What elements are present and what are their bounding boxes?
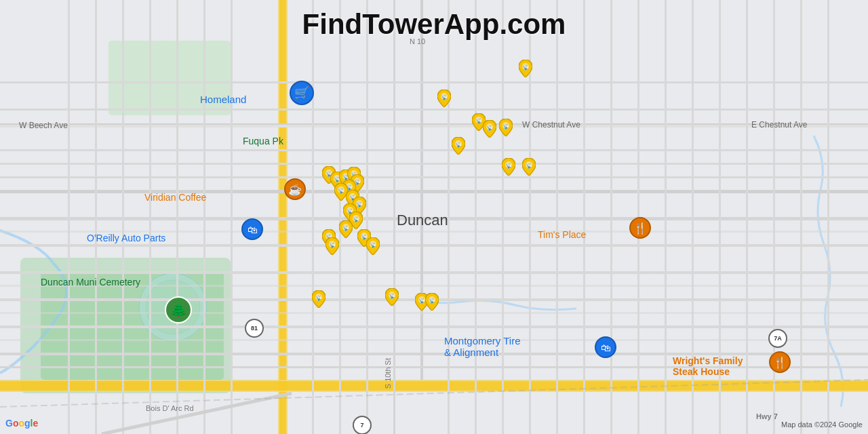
- svg-text:📡: 📡: [526, 162, 532, 169]
- montgomery-pin[interactable]: 🛍: [595, 336, 616, 358]
- svg-rect-39: [231, 0, 233, 434]
- restaurant-icon-2: 🍴: [769, 351, 791, 373]
- svg-text:📡: 📡: [486, 124, 493, 131]
- svg-rect-35: [746, 0, 748, 434]
- svg-rect-45: [68, 0, 70, 434]
- tower-pin-4[interactable]: 📡: [499, 119, 513, 139]
- page-title: FindTowerApp.com: [302, 8, 566, 41]
- tower-pin-19[interactable]: 📡: [339, 220, 353, 241]
- svg-rect-55: [0, 366, 868, 368]
- svg-rect-40: [203, 0, 205, 434]
- svg-rect-32: [665, 0, 667, 434]
- svg-rect-38: [827, 0, 829, 434]
- google-logo: Google: [5, 418, 38, 429]
- svg-text:📡: 📡: [522, 64, 529, 71]
- map-background: [0, 0, 868, 434]
- wrights-pin[interactable]: 🍴: [769, 351, 791, 373]
- tower-pin-0[interactable]: 📡: [519, 60, 532, 80]
- coffee-icon: ☕: [284, 178, 306, 200]
- restaurant-icon: 🍴: [629, 217, 651, 239]
- svg-rect-47: [0, 108, 868, 111]
- svg-text:📡: 📡: [338, 187, 344, 194]
- svg-rect-42: [149, 0, 151, 434]
- svg-rect-10: [0, 190, 868, 193]
- svg-text:📡: 📡: [455, 141, 462, 148]
- svg-rect-22: [366, 0, 368, 434]
- hwy7a-badge[interactable]: 7A: [768, 329, 787, 348]
- svg-text:📡: 📡: [502, 123, 509, 130]
- svg-text:📡: 📡: [505, 162, 512, 169]
- svg-rect-33: [692, 0, 694, 434]
- tower-pin-23[interactable]: 📡: [326, 237, 339, 258]
- svg-rect-20: [312, 0, 314, 434]
- cemetery-icon: 🌲: [165, 296, 192, 323]
- bag-icon-2: 🛍: [595, 336, 616, 358]
- svg-rect-9: [0, 125, 868, 127]
- svg-rect-34: [719, 0, 721, 434]
- svg-rect-24: [448, 0, 450, 434]
- svg-rect-21: [339, 0, 341, 434]
- svg-rect-52: [0, 285, 868, 287]
- svg-rect-28: [556, 0, 558, 434]
- tims-place-pin[interactable]: 🍴: [629, 217, 651, 239]
- tower-pin-1[interactable]: 📡: [437, 90, 451, 110]
- svg-rect-44: [95, 0, 97, 434]
- svg-rect-54: [0, 339, 868, 341]
- svg-rect-48: [0, 149, 868, 151]
- hwy81-badge[interactable]: 81: [245, 319, 264, 338]
- tower-pin-6[interactable]: 📡: [502, 158, 515, 178]
- svg-rect-51: [0, 231, 868, 233]
- svg-rect-12: [0, 244, 868, 247]
- svg-rect-1: [108, 41, 231, 115]
- svg-text:📡: 📡: [418, 297, 425, 304]
- svg-rect-30: [610, 0, 612, 434]
- viridian-coffee-pin[interactable]: ☕: [284, 178, 306, 200]
- hwy7-badge[interactable]: 7: [353, 416, 372, 434]
- svg-text:📡: 📡: [429, 297, 435, 304]
- svg-text:📡: 📡: [370, 241, 376, 248]
- svg-text:📡: 📡: [441, 94, 448, 100]
- svg-text:📡: 📡: [356, 201, 363, 208]
- tower-pin-24[interactable]: 📡: [312, 290, 326, 311]
- homeland-pin[interactable]: 🛒: [290, 81, 314, 105]
- svg-rect-26: [502, 0, 504, 434]
- svg-rect-46: [0, 81, 868, 83]
- tower-pin-5[interactable]: 📡: [452, 137, 465, 157]
- map-container: FindTowerApp.com Homeland Fuqua Pk Virid…: [0, 0, 868, 434]
- svg-text:📡: 📡: [315, 294, 322, 301]
- bag-icon: 🛍: [241, 218, 263, 240]
- svg-text:📡: 📡: [475, 117, 482, 124]
- svg-rect-49: [0, 163, 868, 165]
- svg-rect-13: [0, 271, 868, 274]
- oreilly-pin[interactable]: 🛍: [241, 218, 263, 240]
- svg-rect-23: [393, 0, 395, 434]
- svg-rect-15: [0, 326, 868, 328]
- svg-text:📡: 📡: [353, 216, 359, 222]
- svg-text:📡: 📡: [342, 224, 349, 231]
- map-credit: Map data ©2024 Google: [781, 420, 863, 429]
- svg-rect-50: [0, 176, 868, 178]
- svg-rect-41: [176, 0, 178, 434]
- tower-pin-27[interactable]: 📡: [425, 293, 439, 313]
- svg-rect-16: [0, 353, 868, 355]
- svg-rect-18: [0, 381, 868, 391]
- tower-pin-7[interactable]: 📡: [522, 158, 536, 178]
- svg-rect-25: [475, 0, 477, 434]
- tower-pin-21[interactable]: 📡: [366, 237, 380, 258]
- svg-rect-43: [122, 0, 124, 434]
- tower-pin-3[interactable]: 📡: [483, 120, 496, 140]
- tower-pin-25[interactable]: 📡: [385, 288, 399, 309]
- svg-rect-29: [583, 0, 585, 434]
- cart-icon: 🛒: [290, 81, 314, 105]
- svg-rect-37: [800, 0, 802, 434]
- svg-text:📡: 📡: [389, 292, 395, 299]
- svg-rect-19: [420, 0, 423, 380]
- svg-text:📡: 📡: [329, 241, 336, 248]
- svg-rect-11: [0, 217, 868, 220]
